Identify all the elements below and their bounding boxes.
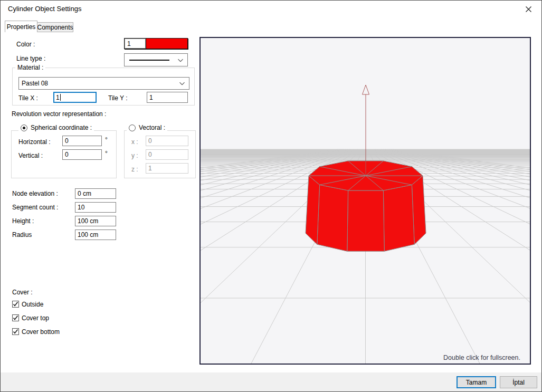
color-label: Color :: [16, 41, 35, 48]
height-value: 100 cm: [78, 217, 98, 225]
y-value: 0: [148, 151, 152, 158]
tile-y-value: 1: [149, 94, 153, 101]
color-index-value[interactable]: 1: [125, 39, 146, 49]
chevron-down-icon: [178, 59, 183, 62]
line-style-sample: [129, 60, 169, 61]
tile-y-label: Tile Y :: [108, 94, 127, 102]
vectoral-legend: Vectoral :: [127, 124, 167, 131]
chevron-down-icon: [179, 82, 185, 85]
segment-count-label: Segment count :: [12, 204, 58, 211]
outside-label: Outside: [22, 301, 43, 308]
z-input: 1: [146, 163, 188, 174]
degree-symbol: °: [105, 150, 108, 157]
material-value: Pastel 08: [22, 80, 48, 87]
cylinder-object-settings-dialog: Cylinder Object Settings Properties Comp…: [0, 0, 542, 392]
color-picker[interactable]: 1: [124, 38, 188, 49]
window-title: Cylinder Object Settings: [8, 5, 81, 13]
tab-properties[interactable]: Properties: [5, 21, 37, 32]
segment-count-input[interactable]: 10: [75, 202, 116, 213]
tile-x-label: Tile X :: [18, 94, 38, 102]
title-bar: Cylinder Object Settings: [1, 1, 541, 17]
line-type-dropdown[interactable]: [124, 53, 188, 66]
radius-value: 100 cm: [78, 231, 98, 238]
check-icon: [13, 329, 18, 334]
cover-bottom-checkbox[interactable]: [12, 328, 19, 335]
vertical-value: 0: [65, 151, 69, 158]
node-elevation-input[interactable]: 0 cm: [75, 188, 116, 199]
cover-label: Cover :: [12, 289, 33, 296]
tile-y-input[interactable]: 1: [147, 92, 188, 103]
height-input[interactable]: 100 cm: [75, 216, 116, 226]
vectoral-radio[interactable]: [129, 125, 136, 131]
tile-x-input[interactable]: 1: [53, 92, 97, 103]
radius-label: Radius: [12, 231, 32, 238]
z-value: 1: [148, 165, 152, 172]
spherical-legend: Spherical coordinate :: [18, 124, 94, 131]
horizontal-label: Horizontal :: [18, 138, 51, 146]
outside-checkbox[interactable]: [12, 301, 19, 308]
vectoral-label: Vectoral :: [139, 124, 165, 131]
close-button[interactable]: [521, 4, 535, 14]
vertical-label: Vertical :: [18, 152, 43, 159]
button-bar: Tamam İptal: [1, 372, 541, 392]
cover-top-label: Cover top: [22, 314, 49, 322]
cover-top-checkbox[interactable]: [12, 314, 19, 321]
radius-input[interactable]: 100 cm: [75, 230, 116, 240]
material-dropdown[interactable]: Pastel 08: [18, 77, 189, 90]
horizontal-input[interactable]: 0: [62, 136, 102, 146]
horizontal-value: 0: [65, 137, 69, 145]
spherical-label: Spherical coordinate :: [31, 124, 92, 131]
x-input: 0: [146, 136, 188, 146]
spherical-radio[interactable]: [21, 125, 27, 131]
tile-x-value: 1: [56, 94, 60, 101]
node-elevation-value: 0 cm: [78, 190, 91, 197]
tab-components[interactable]: Components: [37, 22, 73, 32]
x-value: 0: [148, 137, 152, 145]
cylinder-3d-scene: [201, 38, 530, 364]
text-caret: [60, 94, 61, 101]
z-label: z :: [131, 166, 138, 173]
check-icon: [13, 301, 18, 307]
check-icon: [13, 315, 18, 321]
node-elevation-label: Node elevation :: [12, 190, 58, 197]
y-label: y :: [131, 152, 138, 159]
cover-bottom-label: Cover bottom: [22, 328, 60, 336]
line-type-label: Line type :: [16, 55, 45, 62]
degree-symbol: °: [105, 136, 108, 144]
ok-button[interactable]: Tamam: [457, 376, 496, 388]
cancel-button[interactable]: İptal: [500, 376, 537, 388]
y-input: 0: [146, 149, 188, 160]
height-label: Height :: [12, 217, 34, 225]
fullscreen-hint: Double click for fullscreen.: [443, 354, 520, 361]
revolution-label: Revolution vector representation :: [12, 110, 106, 118]
x-label: x :: [131, 138, 138, 146]
color-swatch[interactable]: [146, 39, 187, 49]
preview-viewport[interactable]: Double click for fullscreen.: [199, 37, 531, 365]
close-icon: [526, 6, 531, 12]
material-group-label: Material :: [15, 64, 45, 71]
vertical-input[interactable]: 0: [62, 149, 102, 160]
segment-count-value: 10: [78, 204, 84, 211]
